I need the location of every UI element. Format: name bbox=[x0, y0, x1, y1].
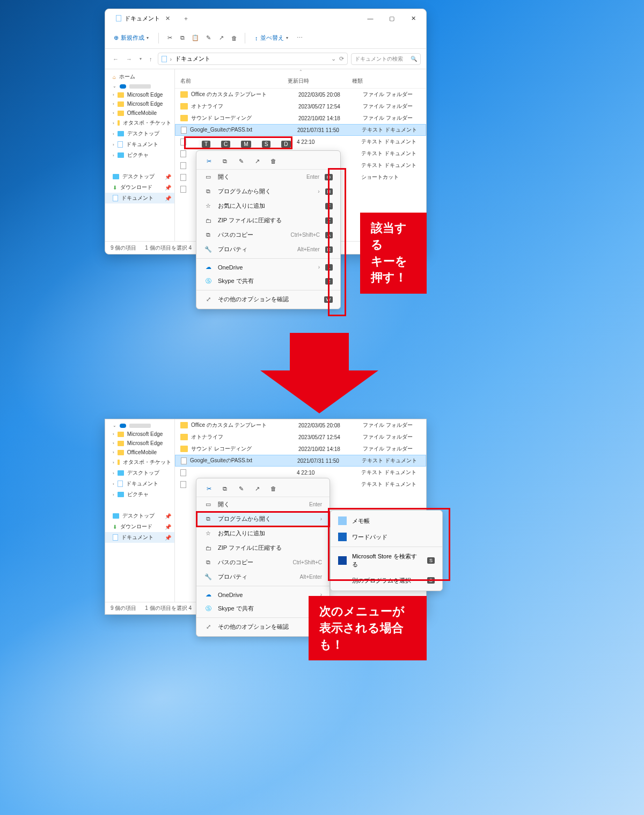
toolbar: ⊕ 新規作成 ▾ ✂ ⧉ 📋 ✎ ↗ 🗑 ↕ 並べ替え ▾ ⋯ bbox=[105, 27, 426, 49]
address-bar[interactable]: › ドキュメント ⌄ ⟳ bbox=[158, 53, 348, 65]
tab-documents[interactable]: ドキュメント ✕ bbox=[111, 11, 178, 26]
sort-button[interactable]: ↕ 並べ替え ▾ bbox=[252, 32, 291, 44]
sidebar-pin[interactable]: ⬇ダウンロード📌 bbox=[105, 182, 174, 193]
rename-icon[interactable]: ✎ bbox=[236, 484, 246, 493]
ctx-open-with[interactable]: ⧉プログラムから開く› bbox=[196, 512, 330, 526]
ctx-properties[interactable]: 🔧プロパティAlt+EnterR bbox=[196, 242, 340, 257]
chevron-down-icon[interactable]: ⌄ bbox=[331, 55, 336, 62]
sidebar-item[interactable]: ›OfficeMobile bbox=[105, 108, 174, 118]
col-name[interactable]: 名前 bbox=[180, 77, 288, 85]
sidebar-item[interactable]: ›ドキュメント bbox=[105, 139, 174, 150]
file-row[interactable]: オトナライフ2023/05/27 12:54ファイル フォルダー bbox=[175, 431, 426, 443]
copy-icon[interactable]: ⧉ bbox=[220, 484, 230, 493]
cut-icon[interactable]: ✂ bbox=[204, 156, 214, 166]
sidebar-item[interactable]: ›OfficeMobile bbox=[105, 448, 174, 457]
cut-icon[interactable]: ✂ bbox=[165, 34, 174, 42]
ctx-skype[interactable]: ⓈSkype で共有2 bbox=[196, 274, 340, 288]
up-button[interactable]: ↑ bbox=[147, 54, 155, 64]
status-selected: 1 個の項目を選択 4 bbox=[145, 244, 192, 252]
maximize-button[interactable]: ▢ bbox=[381, 10, 402, 26]
delete-icon[interactable]: 🗑 bbox=[268, 484, 278, 493]
sidebar-item[interactable]: ›デスクトップ bbox=[105, 128, 174, 139]
col-type[interactable]: 種類 bbox=[352, 77, 421, 85]
chevron-down-icon: ⌄ bbox=[113, 84, 116, 89]
submenu-store[interactable]: Microsoft Store を検索するS bbox=[331, 549, 442, 572]
ctx-favorite[interactable]: ☆お気に入りに追加F bbox=[196, 199, 340, 213]
delete-icon[interactable]: 🗑 bbox=[230, 34, 238, 42]
sidebar-item[interactable]: ›Microsoft Edge bbox=[105, 439, 174, 448]
plus-circle-icon: ⊕ bbox=[114, 34, 119, 41]
sidebar-pin-documents[interactable]: ドキュメント📌 bbox=[105, 532, 174, 543]
delete-icon[interactable]: 🗑 bbox=[268, 156, 278, 166]
column-headers[interactable]: 名前 更新日時 種類 bbox=[175, 74, 426, 89]
submenu-notepad[interactable]: メモ帳 bbox=[331, 513, 442, 529]
sidebar-item[interactable]: ›ピクチャ bbox=[105, 150, 174, 161]
ctx-open[interactable]: ▭開くEnter bbox=[196, 497, 330, 512]
sidebar-item[interactable]: ›Microsoft Edge bbox=[105, 90, 174, 99]
home-icon: ⌂ bbox=[113, 74, 116, 80]
sidebar-pin-documents[interactable]: ドキュメント📌 bbox=[105, 193, 174, 203]
share-icon[interactable]: ↗ bbox=[252, 156, 262, 166]
col-date[interactable]: 更新日時 bbox=[288, 77, 352, 85]
cut-icon[interactable]: ✂ bbox=[204, 484, 214, 493]
sidebar-item[interactable]: ›オタスポ・チケット bbox=[105, 118, 174, 128]
sidebar-pin[interactable]: デスクトップ📌 bbox=[105, 511, 174, 521]
sidebar-item[interactable]: ›ピクチャ bbox=[105, 489, 174, 500]
ctx-properties[interactable]: 🔧プロパティAlt+Enter bbox=[196, 570, 330, 584]
new-button[interactable]: ⊕ 新規作成 ▾ bbox=[111, 32, 152, 44]
file-row[interactable]: サウンド レコーディング2022/10/02 14:18ファイル フォルダー bbox=[175, 112, 426, 124]
rename-icon[interactable]: ✎ bbox=[204, 34, 213, 42]
ctx-zip[interactable]: 🗀ZIP ファイルに圧縮するZ bbox=[196, 213, 340, 228]
minimize-button[interactable]: — bbox=[360, 10, 381, 26]
share-icon[interactable]: ↗ bbox=[252, 484, 262, 493]
submenu-wordpad[interactable]: ワードパッド bbox=[331, 529, 442, 545]
back-button[interactable]: ← bbox=[111, 54, 121, 64]
copy-icon[interactable]: ⧉ bbox=[220, 156, 230, 166]
ctx-open-with[interactable]: ⧉プログラムから開く›H bbox=[196, 184, 340, 199]
sidebar-item[interactable]: ›ドキュメント bbox=[105, 478, 174, 489]
close-button[interactable]: ✕ bbox=[402, 10, 424, 26]
search-input[interactable]: ドキュメントの検索 🔍 bbox=[351, 53, 421, 65]
rename-icon[interactable]: ✎ bbox=[236, 156, 246, 166]
sidebar-item[interactable]: ›デスクトップ bbox=[105, 468, 174, 478]
sidebar-onedrive[interactable]: ⌄ bbox=[105, 82, 174, 90]
ctx-favorite[interactable]: ☆お気に入りに追加 bbox=[196, 526, 330, 541]
file-row[interactable]: オトナライフ2023/05/27 12:54ファイル フォルダー bbox=[175, 100, 426, 112]
document-icon bbox=[113, 195, 118, 201]
sidebar-pin[interactable]: ⬇ダウンロード📌 bbox=[105, 521, 174, 532]
sidebar-home[interactable]: ⌂ホーム bbox=[105, 71, 174, 82]
titlebar: ドキュメント ✕ ＋ — ▢ ✕ bbox=[105, 9, 426, 27]
submenu-choose[interactable]: 別のプログラムを選択C bbox=[331, 572, 442, 588]
more-icon[interactable]: ⋯ bbox=[296, 34, 304, 42]
sidebar: ⌂ホーム ⌄ ›Microsoft Edge ›Microsoft Edge ›… bbox=[105, 69, 175, 241]
sidebar-item[interactable]: ›オタスポ・チケット bbox=[105, 457, 174, 468]
sidebar-item[interactable]: ›Microsoft Edge bbox=[105, 430, 174, 439]
star-icon: ☆ bbox=[204, 202, 213, 209]
ctx-copy-path[interactable]: ⧉パスのコピーCtrl+Shift+CA bbox=[196, 228, 340, 242]
ctx-copy-path[interactable]: ⧉パスのコピーCtrl+Shift+C bbox=[196, 555, 330, 570]
key-c: C bbox=[221, 141, 230, 148]
file-row[interactable]: Office のカスタム テンプレート2022/03/05 20:08ファイル … bbox=[175, 89, 426, 100]
ctx-more-options[interactable]: ⤢その他のオプションを確認W bbox=[196, 292, 340, 307]
sidebar-item[interactable]: ›Microsoft Edge bbox=[105, 99, 174, 108]
file-row[interactable]: 4 22:10テキスト ドキュメント bbox=[175, 467, 426, 478]
forward-button[interactable]: → bbox=[124, 54, 134, 64]
file-row[interactable]: Google_GsuiteのPASS.txt2021/07/31 11:50テキ… bbox=[175, 455, 426, 467]
new-tab-button[interactable]: ＋ bbox=[178, 14, 194, 23]
close-tab-icon[interactable]: ✕ bbox=[163, 15, 172, 22]
ctx-onedrive[interactable]: ☁OneDrive›1 bbox=[196, 260, 340, 274]
copy-icon[interactable]: ⧉ bbox=[178, 34, 187, 42]
file-row[interactable]: Office のカスタム テンプレート2022/03/05 20:08ファイル … bbox=[175, 419, 426, 431]
paste-icon[interactable]: 📋 bbox=[191, 34, 200, 42]
refresh-icon[interactable]: ⟳ bbox=[339, 55, 344, 62]
key-hint-bar: T C M S D bbox=[199, 140, 294, 149]
ctx-zip[interactable]: 🗀ZIP ファイルに圧縮する bbox=[196, 541, 330, 555]
file-row[interactable]: サウンド レコーディング2022/10/02 14:18ファイル フォルダー bbox=[175, 443, 426, 455]
ctx-open[interactable]: ▭開くEnterO bbox=[196, 170, 340, 184]
sidebar-onedrive[interactable]: ⌄ bbox=[105, 421, 174, 430]
sidebar-pin[interactable]: デスクトップ📌 bbox=[105, 171, 174, 182]
chevron-down-icon[interactable]: ▾ bbox=[137, 54, 144, 63]
share-icon[interactable]: ↗ bbox=[217, 34, 225, 42]
file-row[interactable]: Google_GsuiteのPASS.txt2021/07/31 11:50テキ… bbox=[175, 124, 426, 136]
sidebar: ⌄ ›Microsoft Edge ›Microsoft Edge ›Offic… bbox=[105, 419, 175, 602]
